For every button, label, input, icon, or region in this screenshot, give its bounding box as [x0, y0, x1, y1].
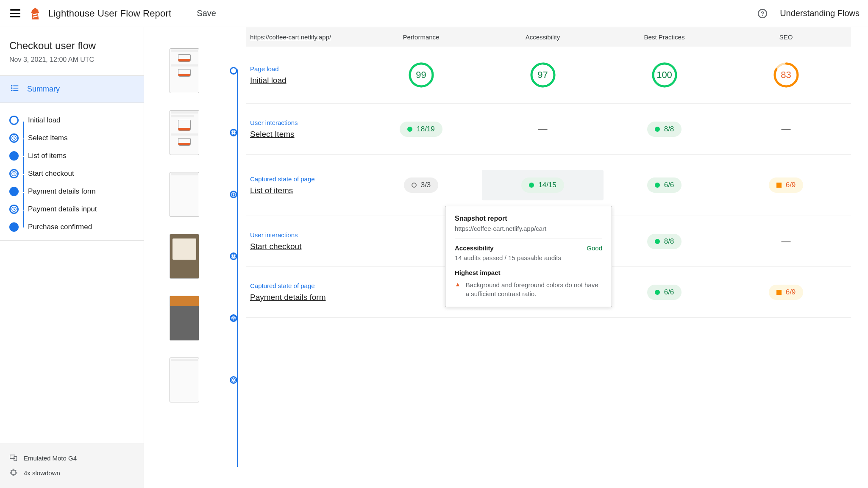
tooltip-sub: 14 audits passed / 15 passable audits [455, 254, 602, 261]
screenshot-thumbnail [170, 48, 199, 93]
step-kind: User interactions [250, 119, 360, 126]
score-gauge[interactable]: 83 [773, 62, 799, 88]
screenshot-thumbnail [170, 296, 199, 341]
a11y-header: Accessibility [482, 33, 604, 41]
url-header[interactable]: https://coffee-cart.netlify.app/ [250, 33, 360, 41]
flow-title: Checkout user flow [9, 40, 134, 52]
screenshot-thumbnail [170, 358, 199, 402]
sidebar-step[interactable]: List of items [9, 147, 144, 165]
score-pill[interactable]: 6/6 [647, 177, 682, 193]
aperture-icon [9, 187, 19, 196]
timeline-step[interactable] [170, 358, 242, 402]
sidebar-step-label: Payment details form [28, 187, 96, 196]
understanding-flows-link[interactable]: Understanding Flows [780, 8, 860, 18]
svg-rect-23 [11, 470, 16, 474]
tooltip-status: Good [587, 244, 602, 252]
timeline-step[interactable] [170, 234, 242, 279]
bp-header: Best Practices [604, 33, 725, 41]
sidebar: Checkout user flow Nov 3, 2021, 12:00 AM… [0, 27, 144, 488]
score-pill[interactable]: 3/3 [404, 177, 439, 193]
step-kind: User interactions [250, 231, 360, 238]
svg-rect-21 [10, 455, 15, 458]
clock-icon [9, 133, 19, 143]
list-icon [10, 83, 19, 95]
not-applicable: — [782, 124, 791, 135]
step-name[interactable]: Payment details form [250, 293, 360, 302]
main-content: https://coffee-cart.netlify.app/ Perform… [144, 27, 868, 488]
step-name[interactable]: Initial load [250, 76, 360, 85]
sidebar-step-label: Start checkout [28, 169, 74, 178]
sidebar-step[interactable]: Initial load [9, 111, 144, 129]
timeline-column [144, 27, 246, 488]
aperture-icon [9, 222, 19, 232]
svg-point-52 [653, 64, 676, 86]
score-pill[interactable]: 8/8 [647, 122, 682, 137]
device-label: Emulated Moto G4 [24, 455, 77, 462]
aperture-icon [230, 191, 237, 198]
circle-icon [9, 116, 19, 125]
sidebar-step[interactable]: Payment details input [9, 200, 144, 218]
sidebar-step[interactable]: Select Items [9, 129, 144, 147]
score-pill[interactable]: 6/6 [647, 285, 682, 300]
snapshot-tooltip: Snapshot report https://coffee-cart.netl… [445, 206, 612, 307]
sidebar-step[interactable]: Start checkout [9, 165, 144, 183]
perf-header: Performance [360, 33, 482, 41]
score-pill[interactable]: 18/19 [400, 122, 442, 137]
step-kind: Page load [250, 65, 360, 72]
clock-icon [9, 205, 19, 214]
sidebar-step[interactable]: Payment details form [9, 183, 144, 200]
warning-triangle-icon: ▲ [455, 280, 461, 298]
sidebar-summary-label: Summary [27, 85, 60, 94]
aperture-icon [230, 314, 237, 322]
step-name[interactable]: List of items [250, 186, 360, 195]
flow-row: Page loadInitial load999710083 [246, 47, 851, 104]
step-kind: Captured state of page [250, 282, 360, 289]
timeline-step[interactable] [170, 48, 242, 93]
sidebar-footer: Emulated Moto G4 4x slowdown [0, 443, 144, 488]
clock-icon [9, 169, 19, 178]
score-pill[interactable]: 14/15 [521, 177, 564, 193]
app-header: Lighthouse User Flow Report Save ? Under… [0, 0, 868, 27]
screenshot-thumbnail [170, 172, 199, 217]
score-pill[interactable]: 8/8 [647, 234, 682, 249]
sidebar-step-label: Purchase confirmed [28, 223, 92, 231]
sidebar-step-label: Initial load [28, 116, 61, 125]
clock-icon [230, 252, 237, 260]
svg-point-3 [11, 86, 12, 86]
score-gauge[interactable]: 97 [530, 62, 556, 88]
score-gauge[interactable]: 99 [408, 62, 434, 88]
sidebar-step-label: List of items [28, 152, 67, 160]
save-button[interactable]: Save [197, 8, 216, 18]
tooltip-category: Accessibility [455, 244, 494, 252]
svg-point-5 [11, 90, 12, 91]
tooltip-impact-title: Highest impact [455, 269, 602, 276]
score-gauge[interactable]: 100 [651, 62, 678, 88]
clock-icon [230, 129, 237, 136]
not-applicable: — [538, 124, 548, 135]
screenshot-thumbnail [170, 234, 199, 279]
aperture-icon [9, 151, 19, 161]
menu-icon[interactable] [8, 8, 22, 19]
app-title: Lighthouse User Flow Report [48, 8, 171, 19]
sidebar-step-label: Payment details input [28, 205, 97, 214]
sidebar-step-label: Select Items [28, 134, 68, 142]
column-headers: https://coffee-cart.netlify.app/ Perform… [246, 27, 851, 47]
tooltip-title: Snapshot report [455, 215, 602, 222]
tooltip-impact-text: Background and foreground colors do not … [466, 280, 602, 298]
step-name[interactable]: Select Items [250, 130, 360, 139]
help-icon[interactable]: ? [758, 9, 767, 18]
sidebar-step[interactable]: Purchase confirmed [9, 218, 144, 236]
step-kind: Captured state of page [250, 175, 360, 183]
timeline-step[interactable] [170, 110, 242, 155]
sidebar-summary[interactable]: Summary [0, 76, 144, 103]
not-applicable: — [782, 236, 791, 247]
svg-point-4 [11, 88, 12, 89]
timeline-step[interactable] [170, 296, 242, 341]
circle-icon [230, 67, 237, 75]
svg-point-50 [531, 64, 554, 86]
device-icon [9, 453, 18, 463]
score-pill[interactable]: 6/9 [769, 177, 804, 193]
score-pill[interactable]: 6/9 [769, 285, 804, 300]
timeline-step[interactable] [170, 172, 242, 217]
step-name[interactable]: Start checkout [250, 242, 360, 251]
